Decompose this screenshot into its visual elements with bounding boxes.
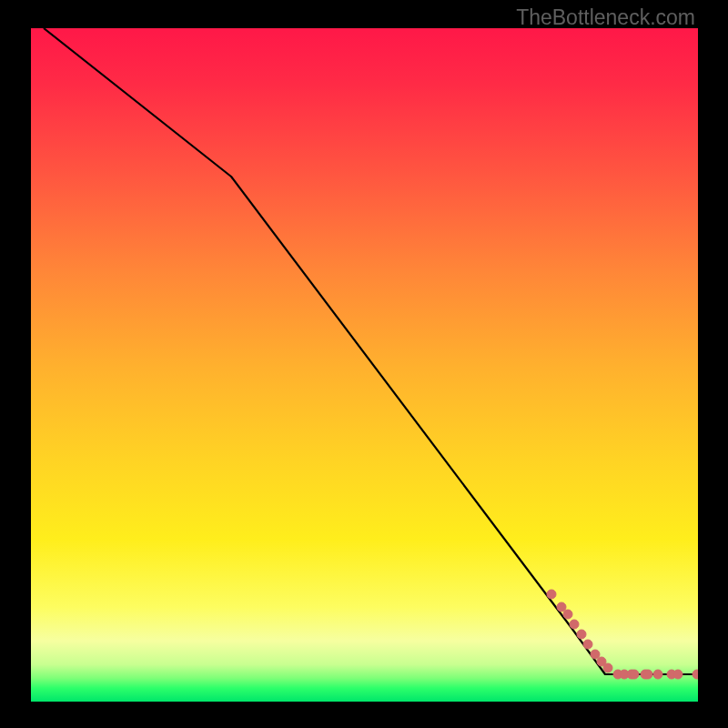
chart-svg — [31, 28, 698, 702]
marker-group — [547, 590, 698, 679]
marker-dot — [563, 610, 572, 619]
marker-dot — [603, 663, 612, 672]
marker-dot — [557, 602, 566, 612]
marker-dot — [630, 670, 639, 679]
marker-dot — [693, 670, 698, 679]
curve-line — [44, 28, 698, 674]
marker-dot — [653, 670, 662, 679]
marker-dot — [547, 590, 556, 599]
watermark-text: TheBottleneck.com — [516, 5, 695, 30]
marker-dot — [591, 650, 600, 659]
marker-dot — [570, 620, 579, 629]
marker-dot — [577, 630, 586, 639]
marker-dot — [583, 640, 592, 649]
marker-dot — [673, 670, 682, 679]
outer-frame: TheBottleneck.com — [0, 0, 728, 728]
plot-area — [31, 28, 698, 702]
marker-dot — [643, 670, 652, 679]
